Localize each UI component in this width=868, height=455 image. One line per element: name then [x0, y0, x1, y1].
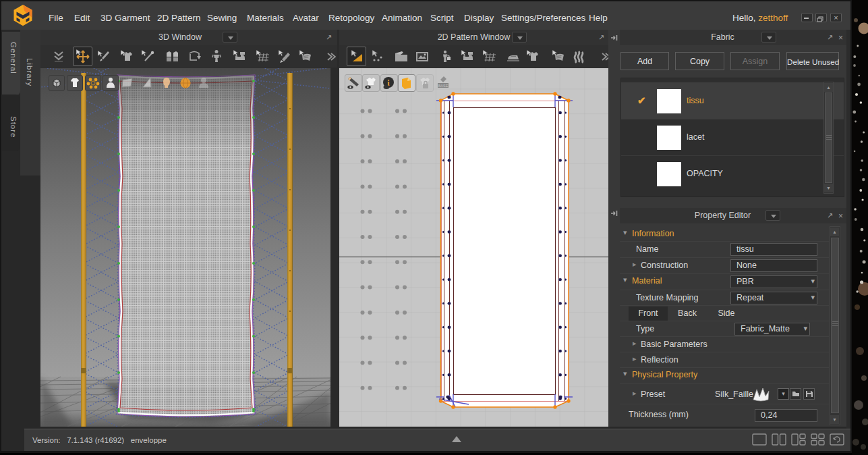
- svg-text:BASE: BASE: [438, 84, 449, 88]
